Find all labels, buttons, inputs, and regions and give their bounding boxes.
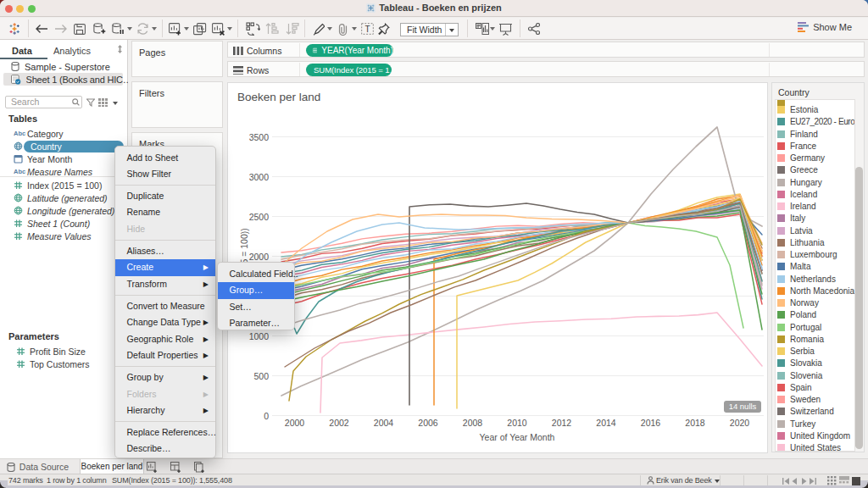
svg-text:T: T (364, 25, 370, 34)
